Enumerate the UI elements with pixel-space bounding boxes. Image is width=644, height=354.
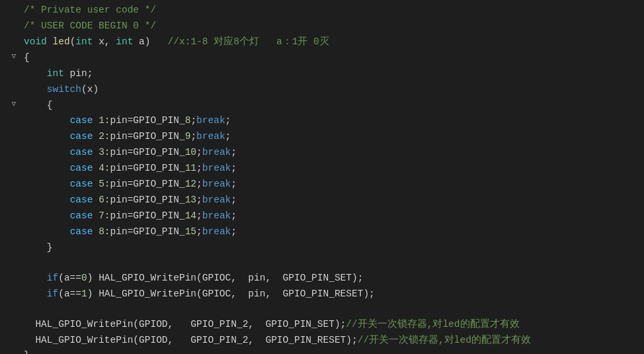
code-content: switch(x): [19, 82, 644, 98]
code-content: {: [19, 98, 644, 114]
code-line: case 1:pin=GPIO_PIN_8;break;: [0, 113, 644, 129]
code-line: int pin;: [0, 66, 644, 82]
code-content: HAL_GPIO_WritePin(GPIOD, GPIO_PIN_2, GPI…: [19, 317, 644, 333]
token: if: [47, 273, 58, 283]
token: ;: [196, 210, 202, 221]
token: 7: [99, 210, 104, 221]
code-content: case 4:pin=GPIO_PIN_11;break;: [19, 161, 644, 177]
code-content: {: [19, 50, 644, 66]
code-line: case 8:pin=GPIO_PIN_15;break;: [0, 224, 644, 240]
token: :pin=GPIO_PIN_: [104, 147, 185, 157]
token: break: [202, 147, 231, 157]
token: switch: [47, 84, 81, 95]
line-gutter: ▽: [0, 98, 19, 110]
token: 12: [185, 179, 196, 189]
token: 5: [99, 179, 104, 189]
code-line: if(a==0) HAL_GPIO_WritePin(GPIOC, pin, G…: [0, 271, 644, 287]
token: x,: [93, 36, 116, 47]
code-content: void led(int x, int a) //x:1-8 对应8个灯 a：1…: [19, 34, 644, 50]
code-content: case 3:pin=GPIO_PIN_10;break;: [19, 145, 644, 161]
token: break: [196, 131, 225, 142]
token: HAL_GPIO_WritePin(GPIOD, GPIO_PIN_2, GPI…: [35, 335, 357, 345]
token: ;: [231, 210, 237, 221]
token: ;: [231, 147, 237, 157]
token: :pin=GPIO_PIN_: [104, 179, 185, 189]
token: break: [202, 195, 231, 205]
token: /* USER CODE BEGIN 0 */: [24, 21, 156, 31]
token: :pin=GPIO_PIN_: [104, 131, 185, 142]
token: 1: [99, 115, 104, 126]
token: break: [202, 210, 231, 221]
token: :pin=GPIO_PIN_: [104, 163, 185, 173]
code-editor: /* Private user code *//* USER CODE BEGI…: [0, 0, 644, 354]
token: //开关一次锁存器,对led的配置才有效: [346, 319, 519, 330]
code-content: case 8:pin=GPIO_PIN_15;break;: [19, 224, 644, 240]
line-gutter: ▽: [0, 50, 19, 62]
token: {: [24, 52, 30, 63]
token: 4: [99, 163, 104, 173]
token: case: [70, 195, 93, 205]
code-content: case 6:pin=GPIO_PIN_13;break;: [19, 193, 644, 208]
code-content: }: [19, 240, 644, 256]
token: :pin=GPIO_PIN_: [104, 226, 185, 237]
token: :pin=GPIO_PIN_: [104, 195, 185, 205]
token: (a==: [58, 288, 81, 299]
token: [93, 115, 99, 126]
code-content: /* USER CODE BEGIN 0 */: [19, 19, 644, 34]
code-line: /* Private user code */: [0, 3, 644, 19]
token: (x): [81, 84, 99, 95]
code-line: case 5:pin=GPIO_PIN_12;break;: [0, 177, 644, 193]
token: 2: [99, 131, 104, 142]
code-line: case 6:pin=GPIO_PIN_13;break;: [0, 193, 644, 208]
token: int: [75, 36, 93, 47]
token: /* Private user code */: [24, 5, 156, 15]
token: int: [47, 68, 64, 79]
token: 14: [185, 210, 196, 221]
token: case: [70, 179, 93, 189]
code-content: if(a==1) HAL_GPIO_WritePin(GPIOC, pin, G…: [19, 287, 644, 302]
token: ) HAL_GPIO_WritePin(GPIOC, pin, GPIO_PIN…: [87, 273, 364, 283]
token: //x:1-8 对应8个灯 a：1开 0灭: [168, 36, 329, 47]
code-line: ▽{: [0, 50, 644, 66]
token: ;: [225, 115, 231, 126]
token: ;: [196, 179, 202, 189]
token: [93, 147, 99, 157]
token: //开关一次锁存器,对led的配置才有效: [358, 335, 531, 345]
token: int: [116, 36, 133, 47]
code-line: ▽ {: [0, 98, 644, 114]
token: ;: [231, 195, 237, 205]
code-line: void led(int x, int a) //x:1-8 对应8个灯 a：1…: [0, 34, 644, 50]
code-content: HAL_GPIO_WritePin(GPIOD, GPIO_PIN_2, GPI…: [19, 333, 644, 349]
token: ;: [190, 131, 196, 142]
code-content: int pin;: [19, 66, 644, 82]
code-content: if(a==0) HAL_GPIO_WritePin(GPIOC, pin, G…: [19, 271, 644, 287]
token: case: [70, 163, 93, 173]
token: break: [196, 115, 225, 126]
code-content: case 2:pin=GPIO_PIN_9;break;: [19, 129, 644, 145]
token: case: [70, 147, 93, 157]
token: (a==: [58, 273, 81, 283]
token: [93, 226, 99, 237]
code-content: /* Private user code */: [19, 3, 644, 19]
token: [93, 195, 99, 205]
code-line: [0, 302, 644, 317]
code-line: HAL_GPIO_WritePin(GPIOD, GPIO_PIN_2, GPI…: [0, 333, 644, 349]
token: :pin=GPIO_PIN_: [104, 115, 185, 126]
token: 0: [81, 273, 87, 283]
code-line: }: [0, 348, 644, 354]
token: if: [47, 288, 58, 299]
token: led: [53, 36, 70, 47]
token: [93, 131, 99, 142]
token: :pin=GPIO_PIN_: [104, 210, 185, 221]
token: case: [70, 226, 93, 237]
code-line: case 4:pin=GPIO_PIN_11;break;: [0, 161, 644, 177]
token: void: [24, 36, 47, 47]
token: ;: [196, 147, 202, 157]
token: break: [202, 163, 231, 173]
token: 11: [185, 163, 196, 173]
token: ;: [190, 115, 196, 126]
token: ;: [231, 226, 237, 237]
code-content: case 5:pin=GPIO_PIN_12;break;: [19, 177, 644, 193]
code-line: }: [0, 240, 644, 256]
token: case: [70, 210, 93, 221]
